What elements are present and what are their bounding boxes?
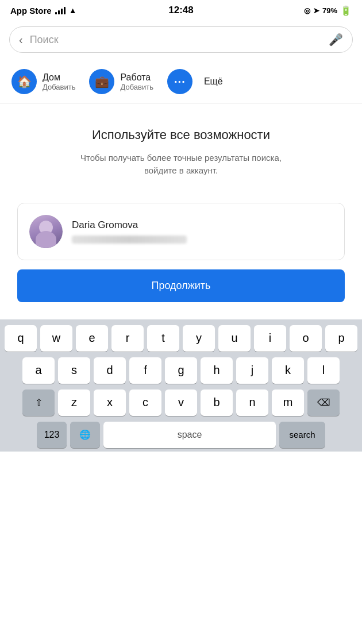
key-l[interactable]: l: [307, 357, 340, 384]
delete-key[interactable]: ⌫: [307, 390, 340, 416]
key-w[interactable]: w: [40, 325, 72, 352]
search-placeholder: Поиск: [30, 34, 322, 46]
home-sub: Добавить: [43, 83, 75, 91]
key-q[interactable]: q: [5, 325, 37, 352]
continue-button-wrap: Продолжить: [0, 260, 362, 319]
promo-section: Используйте все возможности Чтобы получа…: [0, 104, 362, 191]
key-s[interactable]: s: [58, 357, 90, 384]
keyboard-bottom-row: 123 🌐 space search: [2, 422, 360, 448]
avatar: [29, 215, 63, 248]
carrier-label: App Store: [10, 6, 52, 16]
key-d[interactable]: d: [94, 357, 126, 384]
user-details: Daria Gromova: [72, 219, 333, 244]
keyboard-row-2: a s d f g h j k l: [2, 357, 360, 384]
signal-bars: [55, 6, 66, 14]
key-c[interactable]: c: [129, 390, 161, 416]
key-n[interactable]: n: [236, 390, 268, 416]
user-card: Daria Gromova: [17, 203, 345, 260]
status-left: App Store ▲: [10, 6, 77, 16]
home-title: Дом: [43, 72, 75, 83]
key-y[interactable]: y: [183, 325, 215, 352]
search-bar-container: ‹ Поиск 🎤: [0, 21, 362, 60]
key-m[interactable]: m: [272, 390, 304, 416]
promo-subtitle: Чтобы получать более точные результаты п…: [17, 152, 345, 178]
user-email-blurred: [72, 236, 187, 244]
arrow-icon: ➤: [313, 6, 319, 15]
microphone-icon[interactable]: 🎤: [329, 33, 343, 47]
work-quick-link[interactable]: 💼 Работа Добавить: [89, 69, 153, 94]
continue-button[interactable]: Продолжить: [17, 269, 345, 302]
key-i[interactable]: i: [254, 325, 286, 352]
battery-icon: 🔋: [340, 5, 352, 16]
space-key[interactable]: space: [103, 422, 276, 448]
work-icon: 💼: [89, 69, 114, 94]
keyboard: q w e r t y u i o p a s d f g h j k l ⇧ …: [0, 319, 362, 452]
globe-key[interactable]: 🌐: [70, 422, 100, 448]
key-r[interactable]: r: [111, 325, 144, 352]
shift-key[interactable]: ⇧: [22, 390, 55, 416]
search-bar[interactable]: ‹ Поиск 🎤: [9, 26, 353, 53]
numbers-key[interactable]: 123: [37, 422, 67, 448]
work-sub: Добавить: [120, 83, 153, 91]
more-dots-icon: ···: [167, 69, 192, 94]
key-a[interactable]: a: [22, 357, 55, 384]
home-quick-link[interactable]: 🏠 Дом Добавить: [11, 69, 75, 94]
quick-links: 🏠 Дом Добавить 💼 Работа Добавить ··· Ещё: [0, 60, 362, 104]
status-right: ◎ ➤ 79% 🔋: [304, 5, 352, 16]
key-f[interactable]: f: [129, 357, 161, 384]
key-h[interactable]: h: [201, 357, 233, 384]
user-name: Daria Gromova: [72, 219, 333, 231]
location-icon: ◎: [304, 6, 310, 15]
promo-title: Используйте все возможности: [17, 127, 345, 144]
key-o[interactable]: o: [290, 325, 322, 352]
key-b[interactable]: b: [201, 390, 233, 416]
key-z[interactable]: z: [58, 390, 90, 416]
key-t[interactable]: t: [147, 325, 179, 352]
key-u[interactable]: u: [218, 325, 251, 352]
key-p[interactable]: p: [325, 325, 357, 352]
key-j[interactable]: j: [236, 357, 268, 384]
battery-percent: 79%: [322, 6, 337, 15]
keyboard-row-1: q w e r t y u i o p: [2, 325, 360, 352]
status-time: 12:48: [168, 5, 193, 16]
key-x[interactable]: x: [94, 390, 126, 416]
user-info: Daria Gromova: [29, 215, 333, 260]
more-label: Ещё: [204, 76, 223, 87]
home-icon: 🏠: [11, 69, 37, 94]
status-bar: App Store ▲ 12:48 ◎ ➤ 79% 🔋: [0, 0, 362, 21]
key-g[interactable]: g: [165, 357, 197, 384]
more-quick-link[interactable]: ··· Ещё: [167, 69, 223, 94]
key-v[interactable]: v: [165, 390, 197, 416]
back-arrow-icon[interactable]: ‹: [19, 33, 23, 47]
key-e[interactable]: e: [76, 325, 108, 352]
search-key[interactable]: search: [279, 422, 325, 448]
work-title: Работа: [120, 72, 153, 83]
key-k[interactable]: k: [272, 357, 304, 384]
keyboard-row-3: ⇧ z x c v b n m ⌫: [2, 390, 360, 416]
wifi-icon: ▲: [69, 6, 77, 15]
